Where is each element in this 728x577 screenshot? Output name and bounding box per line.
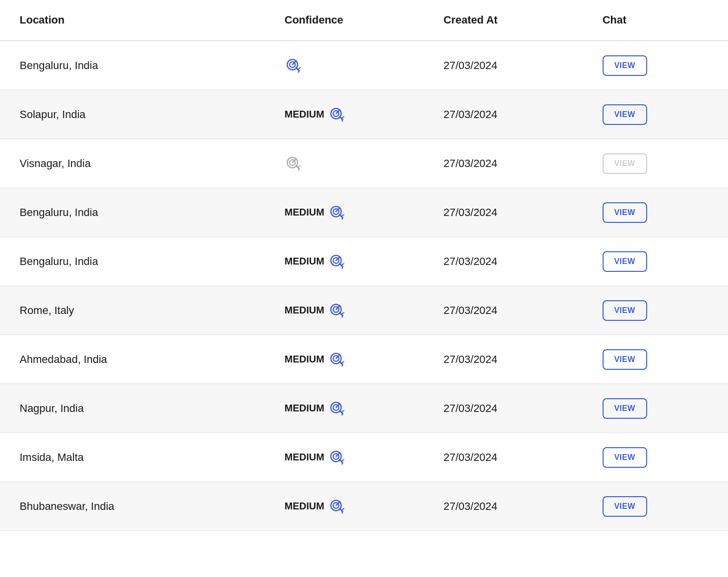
chat-cell: VIEW [603,485,708,528]
svg-line-28 [341,264,343,265]
confidence-icon [328,253,346,270]
header-confidence: Confidence [285,8,443,32]
confidence-cell: MEDIUM [285,389,443,428]
table-header: Location Confidence Created At Chat [0,0,728,41]
location-cell: Solapur, India [20,97,285,132]
confidence-cell [285,144,443,183]
header-created-at: Created At [443,8,602,32]
confidence-icon [328,204,346,221]
view-button[interactable]: VIEW [603,447,647,468]
table-row: Bengaluru, India 27/03/2024VIEW [0,41,728,90]
location-cell: Bhubaneswar, India [20,489,285,524]
table-row: Visnagar, India 27/03/2024VIEW [0,139,728,188]
chat-cell: VIEW [603,45,708,87]
header-chat: Chat [603,8,708,32]
location-cell: Imsida, Malta [20,440,285,475]
chat-cell: VIEW [603,289,708,332]
date-cell: 27/03/2024 [443,97,602,132]
confidence-label: MEDIUM [285,403,324,414]
svg-line-34 [341,313,343,314]
view-button[interactable]: VIEW [603,104,647,125]
location-cell: Nagpur, India [20,391,285,426]
svg-line-40 [341,361,343,363]
chat-cell: VIEW [603,240,708,283]
view-button[interactable]: VIEW [603,251,647,272]
table-row: Ahmedabad, IndiaMEDIUM 27/03/2024VIEW [0,335,728,384]
date-cell: 27/03/2024 [443,440,602,475]
confidence-cell: MEDIUM [285,193,443,232]
view-button[interactable]: VIEW [603,496,647,517]
confidence-icon [328,106,346,123]
table-row: Rome, ItalyMEDIUM 27/03/2024VIEW [0,286,728,335]
confidence-icon [328,400,346,417]
confidence-cell: MEDIUM [285,340,443,379]
date-cell: 27/03/2024 [443,244,602,279]
chat-cell: VIEW [603,338,708,381]
chat-cell: VIEW [603,192,708,234]
confidence-icon [328,302,346,319]
confidence-cell: MEDIUM [285,291,443,330]
confidence-cell: MEDIUM [285,487,443,526]
confidence-cell [285,46,443,85]
svg-line-46 [341,410,343,412]
confidence-cell: MEDIUM [285,438,443,477]
chat-cell: VIEW [603,94,708,136]
confidence-icon [328,449,346,466]
confidence-label: MEDIUM [285,256,324,267]
confidence-label: MEDIUM [285,354,324,365]
svg-line-58 [341,508,343,510]
location-cell: Ahmedabad, India [20,342,285,377]
svg-line-52 [341,459,343,461]
confidence-label: MEDIUM [285,305,324,316]
date-cell: 27/03/2024 [443,391,602,426]
confidence-label: MEDIUM [285,109,324,120]
table-body: Bengaluru, India 27/03/2024VIEWSolapur, … [0,41,728,531]
confidence-label: MEDIUM [285,207,324,218]
chat-cell: VIEW [603,143,708,185]
confidence-icon [285,57,302,74]
date-cell: 27/03/2024 [443,146,602,181]
chat-cell: VIEW [603,436,708,479]
table-row: Bhubaneswar, IndiaMEDIUM 27/03/2024VIEW [0,482,728,531]
location-cell: Visnagar, India [20,146,285,181]
view-button[interactable]: VIEW [603,300,647,321]
date-cell: 27/03/2024 [443,48,602,83]
confidence-icon [285,155,302,172]
main-table: Location Confidence Created At Chat Beng… [0,0,728,577]
confidence-cell: MEDIUM [285,95,443,134]
table-row: Solapur, IndiaMEDIUM 27/03/2024VIEW [0,90,728,139]
table-row: Bengaluru, IndiaMEDIUM 27/03/2024VIEW [0,188,728,237]
view-button[interactable]: VIEW [603,55,647,76]
view-button[interactable]: VIEW [603,398,647,419]
confidence-icon [328,351,346,368]
table-row: Imsida, MaltaMEDIUM 27/03/2024VIEW [0,433,728,482]
svg-line-4 [298,68,300,69]
location-cell: Rome, Italy [20,293,285,328]
svg-line-22 [341,215,343,216]
table-row: Nagpur, IndiaMEDIUM 27/03/2024VIEW [0,384,728,433]
location-cell: Bengaluru, India [20,244,285,279]
view-button: VIEW [603,153,647,174]
view-button[interactable]: VIEW [603,202,647,223]
location-cell: Bengaluru, India [20,195,285,230]
date-cell: 27/03/2024 [443,293,602,328]
table-row: Bengaluru, IndiaMEDIUM 27/03/2024VIEW [0,237,728,286]
chat-cell: VIEW [603,387,708,430]
svg-line-16 [298,166,300,167]
header-location: Location [20,8,285,32]
confidence-label: MEDIUM [285,501,324,512]
confidence-icon [328,498,346,515]
date-cell: 27/03/2024 [443,195,602,230]
svg-line-10 [341,117,343,118]
view-button[interactable]: VIEW [603,349,647,370]
date-cell: 27/03/2024 [443,342,602,377]
date-cell: 27/03/2024 [443,489,602,524]
location-cell: Bengaluru, India [20,48,285,83]
confidence-cell: MEDIUM [285,242,443,281]
confidence-label: MEDIUM [285,452,324,463]
